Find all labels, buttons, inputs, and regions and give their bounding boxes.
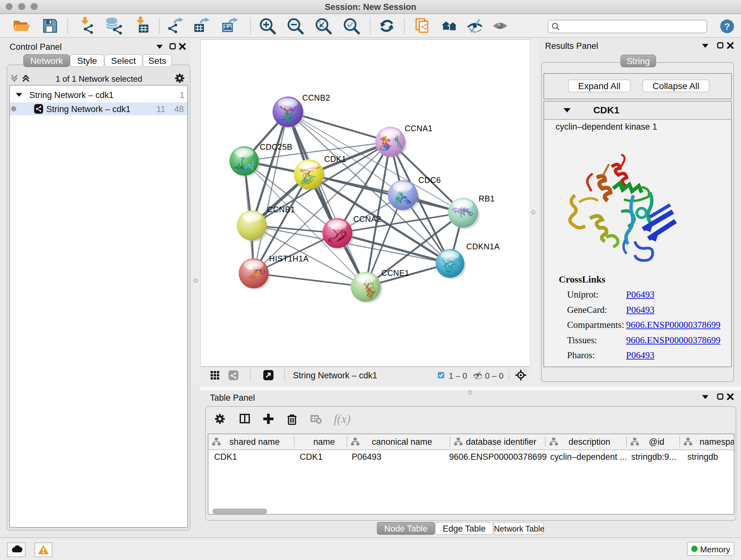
svg-text:HIST1H1A: HIST1H1A (269, 254, 309, 263)
svg-text:CCNB2: CCNB2 (302, 93, 330, 102)
svg-text:CDC25B: CDC25B (260, 142, 292, 151)
svg-text:CDKN1A: CDKN1A (466, 242, 500, 251)
svg-text:CDC6: CDC6 (418, 176, 441, 185)
svg-text:CCNA2: CCNA2 (353, 214, 381, 224)
svg-text:CCNB1: CCNB1 (267, 205, 295, 214)
svg-text:CDK1: CDK1 (324, 154, 346, 164)
svg-text:CCNA1: CCNA1 (405, 124, 433, 133)
svg-text:CCNE1: CCNE1 (381, 268, 409, 277)
svg-text:RB1: RB1 (479, 194, 495, 203)
